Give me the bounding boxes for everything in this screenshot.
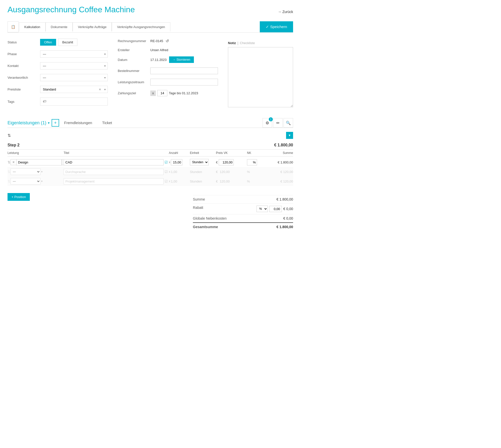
add-eigenleistung-button[interactable]: + bbox=[52, 119, 59, 127]
drag-handle-1[interactable]: ⇅ bbox=[8, 160, 11, 164]
x-label-1: x bbox=[169, 160, 170, 164]
drag-handle-2[interactable]: ⇅ bbox=[8, 170, 11, 174]
preis-cell-1: € bbox=[216, 159, 246, 165]
summe-cell-2: € 120,00 bbox=[268, 170, 293, 174]
table-header: Leistung Titel Anzahl Einheit Preis VK N… bbox=[8, 149, 293, 156]
edit-tool-button[interactable]: ✏ bbox=[273, 118, 283, 128]
col-einheit: Einheit bbox=[190, 151, 215, 155]
preisliste-clear-icon[interactable]: ✕ bbox=[99, 88, 101, 91]
leistung-cell-3: ⇅ --- ▾ bbox=[8, 178, 63, 185]
totals-section: Summe € 1.800,00 Rabatt % € 0,00 Globale… bbox=[193, 195, 293, 231]
table-row: ⇅ --- ▾ ☑ x 1,00 Stunden € 120,00 % € 12… bbox=[8, 167, 293, 176]
kontakt-select[interactable]: --- bbox=[40, 62, 108, 69]
col-anzahl: Anzahl bbox=[169, 151, 189, 155]
back-button[interactable]: → Zurück bbox=[278, 10, 293, 14]
tag-icon: 🏷 bbox=[43, 99, 46, 103]
status-offen-button[interactable]: Offen bbox=[40, 39, 56, 46]
rabatt-value: € 0,00 bbox=[283, 207, 293, 211]
tab-auftraege[interactable]: Verknüpfte Aufträge bbox=[73, 22, 112, 31]
preis-cell-3: € 120,00 bbox=[216, 180, 246, 183]
check-icon-2[interactable]: ☑ bbox=[165, 170, 168, 174]
rabatt-row: Rabatt % € 0,00 bbox=[193, 203, 293, 214]
nk-cell-3: % bbox=[247, 180, 267, 183]
nk-value-2: % bbox=[247, 170, 250, 174]
rechnungsnummer-value: RE-0145 bbox=[150, 39, 163, 43]
summe-value: € 1.800,00 bbox=[277, 197, 293, 201]
leistungszeitraum-label: Leistungszeitraum bbox=[118, 80, 150, 84]
add-position-button[interactable]: + Position bbox=[8, 193, 30, 201]
link-icon: ⚙ bbox=[266, 121, 269, 125]
x-label-3: x bbox=[169, 180, 170, 183]
col-nk: NK bbox=[247, 151, 267, 155]
leistung-cell-2: ⇅ --- ▾ bbox=[8, 168, 63, 175]
nk-input-1[interactable] bbox=[247, 159, 257, 165]
collapse-button[interactable]: ▼ bbox=[286, 132, 293, 139]
status-bezahlt-button[interactable]: Bezahlt bbox=[58, 39, 77, 46]
leistung-arrow-2[interactable]: ▾ bbox=[41, 170, 43, 173]
leistung-cell-1: ⇅ ✕ ▾ bbox=[8, 159, 63, 165]
rabatt-cell: % € 0,00 bbox=[257, 206, 293, 212]
bestellnummer-input[interactable] bbox=[150, 67, 218, 74]
tab-dokumente[interactable]: Dokumente bbox=[46, 22, 73, 31]
anzahl-value-3: 1,00 bbox=[171, 180, 177, 183]
summe-label: Summe bbox=[193, 197, 205, 201]
eigenleistungen-chevron-icon[interactable]: ▾ bbox=[48, 121, 50, 125]
eigenleistungen-section-title[interactable]: Eigenleistungen (1) ▾ bbox=[8, 118, 50, 128]
verantwortlich-select[interactable]: --- bbox=[40, 74, 108, 81]
leistungszeitraum-input[interactable] bbox=[150, 79, 218, 85]
eur-label-1: € bbox=[216, 160, 218, 164]
zahlungsziel-x-label: x bbox=[150, 91, 156, 96]
nk-cell-1 bbox=[247, 159, 267, 165]
tab-ausgangsrechnungen[interactable]: Verknüpfte Ausgangsrechnungen bbox=[112, 22, 170, 31]
titel-input-2[interactable] bbox=[64, 169, 164, 175]
globale-nk-row: Globale Nebenkosten € 0,00 bbox=[193, 214, 293, 222]
anzahl-cell-3: x 1,00 bbox=[169, 180, 189, 183]
leistung-select-3[interactable]: --- bbox=[11, 178, 41, 185]
leistung-input-1[interactable] bbox=[16, 159, 62, 165]
einheit-cell-3: Stunden bbox=[190, 180, 215, 183]
fremdleistungen-tab[interactable]: Fremdleistungen bbox=[59, 119, 97, 127]
bestellnummer-label: Bestellnummer bbox=[118, 69, 150, 73]
verantwortlich-label: Verantwortlich bbox=[8, 76, 40, 79]
drag-handle-3[interactable]: ⇅ bbox=[8, 179, 11, 183]
phase-select[interactable]: --- bbox=[40, 50, 108, 58]
anzahl-input-1[interactable] bbox=[171, 159, 182, 165]
notiz-tab[interactable]: Notiz bbox=[228, 41, 236, 45]
document-icon: 📋 bbox=[11, 25, 15, 29]
rabatt-type-select[interactable]: % bbox=[257, 206, 268, 212]
einheit-select-1[interactable]: Stunden bbox=[190, 159, 209, 165]
check-icon-1[interactable]: ☑ bbox=[165, 160, 168, 164]
ticket-tab[interactable]: Ticket bbox=[97, 119, 117, 127]
leistung-clear-1[interactable]: ✕ bbox=[11, 159, 16, 165]
zahlungsziel-days-input[interactable] bbox=[157, 90, 167, 96]
zoom-tool-button[interactable]: 🔍 bbox=[284, 118, 293, 128]
save-button[interactable]: ✓ Speichern bbox=[260, 21, 293, 32]
titel-input-3[interactable] bbox=[64, 178, 164, 185]
reload-icon[interactable]: ↺ bbox=[166, 39, 169, 43]
anzahl-cell-1: x bbox=[169, 159, 189, 165]
col-leistung: Leistung bbox=[8, 151, 63, 155]
link-tool-button[interactable]: ⚙ 1 bbox=[263, 118, 272, 128]
preis-value-3: 120,00 bbox=[220, 180, 230, 183]
checkliste-tab[interactable]: Checkliste bbox=[240, 41, 255, 45]
leistung-arrow-3[interactable]: ▾ bbox=[41, 180, 43, 183]
einheit-value-2: Stunden bbox=[190, 170, 202, 174]
notiz-textarea[interactable] bbox=[228, 47, 293, 107]
stornieren-button[interactable]: → Stornieren bbox=[169, 56, 194, 63]
titel-input-1[interactable] bbox=[64, 159, 164, 165]
tab-icon: 📋 bbox=[8, 21, 19, 32]
check-icon-3[interactable]: ☑ bbox=[165, 179, 168, 183]
anzahl-cell-2: x 1,00 bbox=[169, 170, 189, 174]
step-label: Step 2 bbox=[8, 143, 20, 147]
nk-cell-2: % bbox=[247, 170, 267, 174]
gesamtsumme-value: € 1.800,00 bbox=[277, 225, 293, 229]
rabatt-input[interactable] bbox=[269, 206, 282, 212]
summe-cell-3: € 120,00 bbox=[268, 180, 293, 183]
preis-input-1[interactable] bbox=[219, 159, 234, 165]
tab-kalkulation[interactable]: Kalkulation bbox=[19, 22, 46, 32]
step-row: Step 2 € 1.800,00 bbox=[8, 141, 293, 149]
zahlungsziel-label: Zahlungsziel bbox=[118, 91, 150, 95]
leistung-select-2[interactable]: --- bbox=[11, 168, 41, 175]
sort-icon[interactable]: ⇅ bbox=[8, 133, 11, 138]
preisliste-select[interactable]: Standard bbox=[40, 86, 108, 93]
